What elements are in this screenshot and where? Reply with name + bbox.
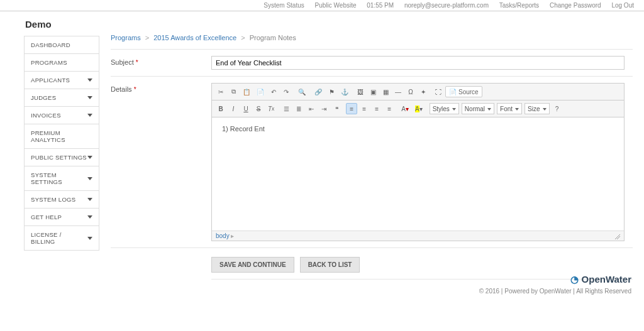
save-button[interactable]: SAVE AND CONTINUE: [211, 257, 294, 273]
sidebar-item-system-logs[interactable]: SYSTEM LOGS: [25, 191, 99, 209]
special-char-icon[interactable]: Ω: [405, 86, 416, 97]
page-title: Demo: [25, 19, 99, 30]
chevron-down-icon: [87, 198, 92, 201]
font-select[interactable]: Font: [497, 103, 522, 114]
topbar-system-status[interactable]: System Status: [264, 2, 304, 9]
sidebar-item-programs[interactable]: PROGRAMS: [25, 54, 99, 72]
table-icon[interactable]: ▦: [380, 86, 391, 97]
editor-toolbar-row-2: B I U S Tx ☰ ≣ ⇤ ⇥ ❝ ≡ ≡ ≡: [212, 100, 624, 117]
topbar-time: 01:55 PM: [367, 2, 394, 9]
topbar-public-website[interactable]: Public Website: [315, 2, 357, 9]
paste-icon[interactable]: 📋: [240, 86, 253, 97]
sidebar-item-public-settings[interactable]: PUBLIC SETTINGS: [25, 149, 99, 166]
topbar-change-password[interactable]: Change Password: [550, 2, 601, 9]
link-icon[interactable]: 🔗: [312, 86, 325, 97]
blockquote-icon[interactable]: ❝: [331, 103, 342, 114]
size-select[interactable]: Size: [525, 103, 549, 114]
undo-icon[interactable]: ↶: [268, 86, 279, 97]
redo-icon[interactable]: ↷: [280, 86, 292, 97]
chevron-down-icon: [87, 215, 92, 219]
chevron-down-icon: [87, 96, 92, 99]
editor-toolbar-row-1: ✂ ⧉ 📋 📄 ↶ ↷ 🔍 🔗 ⚑ ⚓ 🖼 ▣: [212, 84, 624, 100]
indent-icon[interactable]: ⇥: [318, 103, 330, 114]
sidebar-item-premium-analytics[interactable]: PREMIUM ANALYTICS: [25, 124, 99, 149]
chevron-down-icon: [87, 237, 92, 240]
sidebar-item-invoices[interactable]: INVOICES: [25, 107, 99, 124]
numbered-list-icon[interactable]: ☰: [280, 103, 292, 114]
hr-icon[interactable]: —: [392, 86, 404, 97]
unlink-icon[interactable]: ⚑: [326, 86, 337, 97]
sidebar-item-get-help[interactable]: GET HELP: [25, 209, 99, 226]
page-footer: ◔ OpenWater © 2016 | Powered by OpenWate…: [479, 274, 631, 295]
paste-text-icon[interactable]: 📄: [254, 86, 267, 97]
subject-label: Subject *: [111, 56, 211, 70]
breadcrumb-programs[interactable]: Programs: [111, 34, 141, 41]
source-button[interactable]: 📄Source: [445, 86, 482, 97]
breadcrumb: Programs > 2015 Awards of Excellence > P…: [111, 34, 633, 41]
rich-text-editor: ✂ ⧉ 📋 📄 ↶ ↷ 🔍 🔗 ⚑ ⚓ 🖼 ▣: [211, 83, 625, 241]
sidebar-item-dashboard[interactable]: DASHBOARD: [25, 36, 99, 54]
sidebar-item-license-billing[interactable]: LICENSE / BILLING: [25, 226, 99, 251]
breadcrumb-current: Program Notes: [250, 34, 296, 41]
bold-icon[interactable]: B: [215, 103, 226, 114]
align-left-icon[interactable]: ≡: [346, 103, 357, 114]
format-select[interactable]: Normal: [462, 103, 494, 114]
bg-color-icon[interactable]: A▾: [413, 103, 425, 114]
bulleted-list-icon[interactable]: ≣: [293, 103, 304, 114]
align-justify-icon[interactable]: ≡: [384, 103, 395, 114]
chevron-down-icon: [87, 156, 92, 159]
sidebar-item-judges[interactable]: JUDGES: [25, 89, 99, 107]
footer-brand-logo: ◔ OpenWater: [479, 274, 631, 285]
find-icon[interactable]: 🔍: [296, 86, 308, 97]
chevron-down-icon: [87, 79, 92, 82]
resize-handle[interactable]: [614, 233, 620, 239]
back-button[interactable]: BACK TO LIST: [300, 257, 360, 273]
details-label: Details *: [111, 83, 211, 241]
italic-icon[interactable]: I: [228, 103, 239, 114]
editor-content[interactable]: 1) Record Ent: [212, 117, 624, 231]
remove-format-icon[interactable]: Tx: [265, 103, 277, 114]
copy-icon[interactable]: ⧉: [228, 86, 239, 97]
media-icon[interactable]: ▣: [367, 86, 379, 97]
breadcrumb-awards[interactable]: 2015 Awards of Excellence: [153, 34, 236, 41]
topbar-tasks-reports[interactable]: Tasks/Reports: [499, 2, 539, 9]
chevron-down-icon: [87, 114, 92, 117]
chevron-down-icon: [87, 177, 92, 180]
sidebar: DASHBOARD PROGRAMS APPLICANTS JUDGES INV…: [24, 36, 99, 251]
footer-copyright: © 2016 | Powered by OpenWater | All Righ…: [479, 288, 631, 295]
anchor-icon[interactable]: ⚓: [338, 86, 351, 97]
cut-icon[interactable]: ✂: [215, 86, 226, 97]
embed-icon[interactable]: ✦: [418, 86, 429, 97]
align-center-icon[interactable]: ≡: [358, 103, 370, 114]
help-icon[interactable]: ?: [552, 103, 563, 114]
subject-input[interactable]: [211, 56, 625, 70]
align-right-icon[interactable]: ≡: [371, 103, 382, 114]
maximize-icon[interactable]: ⛶: [433, 86, 444, 97]
editor-elements-path: body ▸: [212, 231, 624, 241]
styles-select[interactable]: Styles: [430, 103, 459, 114]
text-color-icon[interactable]: A▾: [399, 103, 411, 114]
outdent-icon[interactable]: ⇤: [306, 103, 317, 114]
image-icon[interactable]: 🖼: [355, 86, 366, 97]
topbar-log-out[interactable]: Log Out: [611, 2, 634, 9]
sidebar-item-applicants[interactable]: APPLICANTS: [25, 72, 99, 89]
sidebar-item-system-settings[interactable]: SYSTEM SETTINGS: [25, 166, 99, 191]
underline-icon[interactable]: U: [240, 103, 252, 114]
topbar-email: noreply@secure-platform.com: [404, 2, 489, 9]
strike-icon[interactable]: S: [253, 103, 264, 114]
top-bar: System Status Public Website 01:55 PM no…: [0, 0, 644, 11]
